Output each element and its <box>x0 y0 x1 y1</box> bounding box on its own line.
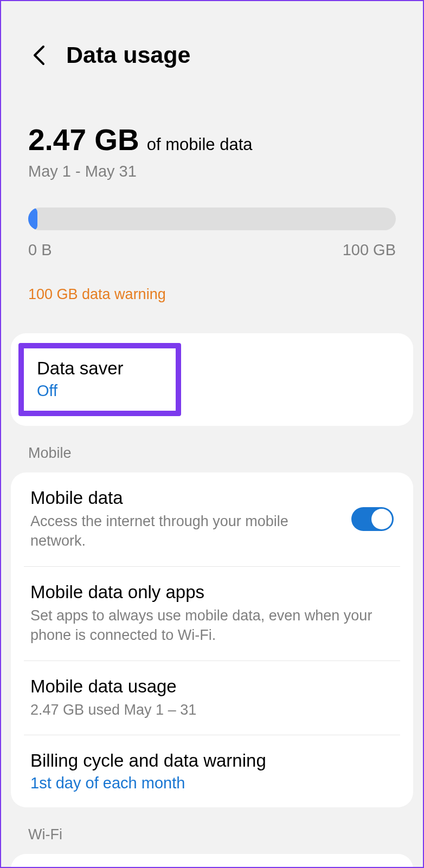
list-item-content: Mobile data usage 2.47 GB used May 1 – 3… <box>30 676 394 720</box>
wifi-data-usage-item[interactable]: Wi-Fi data usage <box>11 854 413 868</box>
usage-value: 2.47 GB <box>28 122 139 157</box>
item-title: Mobile data only apps <box>30 582 394 603</box>
mobile-data-toggle[interactable] <box>351 507 394 531</box>
item-status: 1st day of each month <box>30 774 394 792</box>
mobile-data-item[interactable]: Mobile data Access the internet through … <box>11 472 413 566</box>
item-desc: 2.47 GB used May 1 – 31 <box>30 700 394 720</box>
section-header-mobile: Mobile <box>1 426 423 472</box>
data-saver-card[interactable]: Data saver Off <box>11 333 413 426</box>
mobile-data-usage-item[interactable]: Mobile data usage 2.47 GB used May 1 – 3… <box>11 661 413 735</box>
usage-progress-fill <box>28 208 37 230</box>
usage-progress-bar[interactable] <box>28 208 396 230</box>
header: Data usage <box>1 1 423 79</box>
item-title: Mobile data <box>30 488 341 508</box>
list-item-content: Mobile data only apps Set apps to always… <box>30 582 394 645</box>
date-range: May 1 - May 31 <box>28 163 396 180</box>
mobile-card: Mobile data Access the internet through … <box>11 472 413 807</box>
item-desc: Access the internet through your mobile … <box>30 511 341 551</box>
item-title: Mobile data usage <box>30 676 394 697</box>
back-button[interactable] <box>28 44 50 66</box>
data-saver-highlight: Data saver Off <box>18 343 181 416</box>
progress-labels: 0 B 100 GB <box>28 241 396 259</box>
item-title: Billing cycle and data warning <box>30 750 394 771</box>
progress-max: 100 GB <box>343 241 396 259</box>
usage-summary: 2.47 GB of mobile data May 1 - May 31 0 … <box>1 79 423 319</box>
list-item-content: Billing cycle and data warning 1st day o… <box>30 750 394 792</box>
section-header-wifi: Wi-Fi <box>1 807 423 854</box>
usage-suffix: of mobile data <box>147 135 253 154</box>
data-saver-status: Off <box>37 382 163 400</box>
page-title: Data usage <box>66 42 190 68</box>
list-item-content: Mobile data Access the internet through … <box>30 488 341 551</box>
progress-min: 0 B <box>28 241 52 259</box>
billing-cycle-item[interactable]: Billing cycle and data warning 1st day o… <box>11 735 413 807</box>
data-saver-title: Data saver <box>37 358 163 379</box>
data-warning-text: 100 GB data warning <box>28 286 396 303</box>
usage-amount: 2.47 GB of mobile data <box>28 122 396 157</box>
chevron-left-icon <box>32 44 46 66</box>
mobile-data-only-apps-item[interactable]: Mobile data only apps Set apps to always… <box>11 567 413 660</box>
wifi-card: Wi-Fi data usage <box>11 854 413 868</box>
item-desc: Set apps to always use mobile data, even… <box>30 606 394 645</box>
